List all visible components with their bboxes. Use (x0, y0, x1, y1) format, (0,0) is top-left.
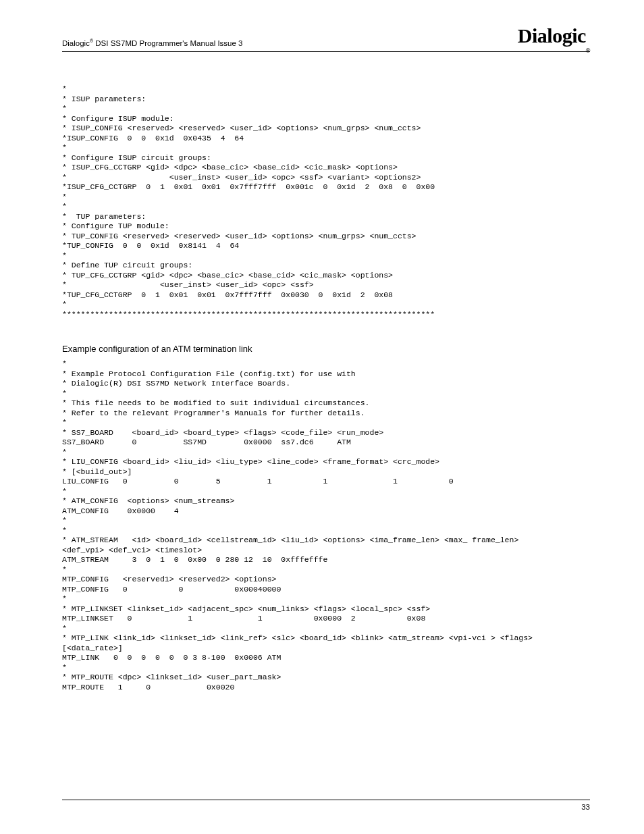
header-product-suffix: DSI SS7MD Programmer's Manual Issue 3 (93, 39, 242, 47)
section-heading-atm: Example configuration of an ATM terminat… (62, 344, 590, 354)
code-block-atm-config: * * Example Protocol Configuration File … (62, 359, 590, 692)
page-container: Dialogic® DSI SS7MD Programmer's Manual … (0, 0, 644, 834)
header-product-prefix: Dialogic (62, 39, 90, 47)
page-number: 33 (581, 803, 590, 811)
header-title: Dialogic® DSI SS7MD Programmer's Manual … (62, 38, 243, 49)
brand-logo: Dialogic® (518, 26, 590, 49)
page-footer: 33 (62, 800, 590, 811)
page-header: Dialogic® DSI SS7MD Programmer's Manual … (62, 26, 590, 52)
logo-registered-mark: ® (586, 47, 590, 54)
logo-text: Dialogic (518, 24, 586, 47)
code-block-isup-tup: * * ISUP parameters: * * Configure ISUP … (62, 84, 590, 319)
